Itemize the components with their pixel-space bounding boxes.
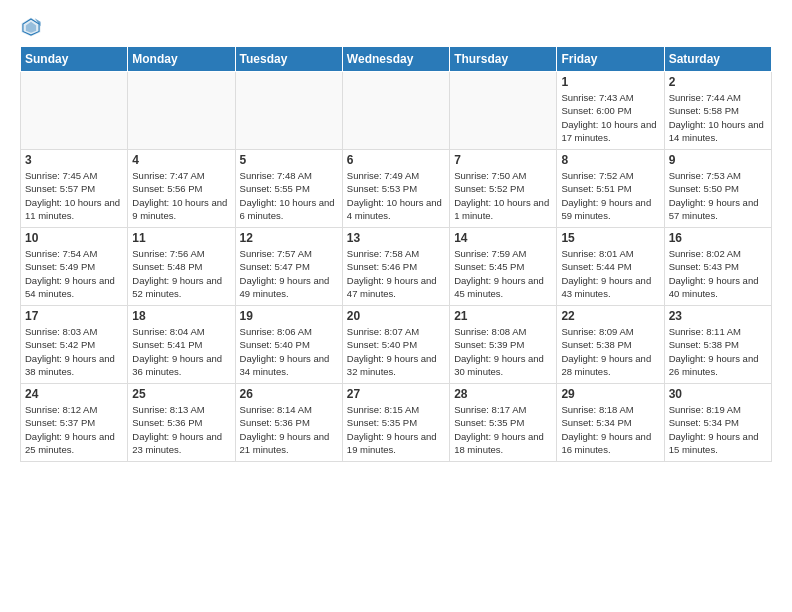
calendar-cell: 14Sunrise: 7:59 AMSunset: 5:45 PMDayligh… (450, 228, 557, 306)
day-number: 5 (240, 153, 338, 167)
calendar-cell: 16Sunrise: 8:02 AMSunset: 5:43 PMDayligh… (664, 228, 771, 306)
day-number: 17 (25, 309, 123, 323)
day-info: Sunrise: 8:19 AMSunset: 5:34 PMDaylight:… (669, 403, 767, 456)
calendar-week-row: 17Sunrise: 8:03 AMSunset: 5:42 PMDayligh… (21, 306, 772, 384)
calendar-cell: 12Sunrise: 7:57 AMSunset: 5:47 PMDayligh… (235, 228, 342, 306)
logo (20, 16, 46, 38)
calendar-cell (235, 72, 342, 150)
calendar-cell: 19Sunrise: 8:06 AMSunset: 5:40 PMDayligh… (235, 306, 342, 384)
calendar-cell: 25Sunrise: 8:13 AMSunset: 5:36 PMDayligh… (128, 384, 235, 462)
day-number: 20 (347, 309, 445, 323)
day-info: Sunrise: 7:58 AMSunset: 5:46 PMDaylight:… (347, 247, 445, 300)
day-info: Sunrise: 7:49 AMSunset: 5:53 PMDaylight:… (347, 169, 445, 222)
day-number: 21 (454, 309, 552, 323)
day-info: Sunrise: 8:15 AMSunset: 5:35 PMDaylight:… (347, 403, 445, 456)
day-info: Sunrise: 8:18 AMSunset: 5:34 PMDaylight:… (561, 403, 659, 456)
day-number: 24 (25, 387, 123, 401)
day-number: 22 (561, 309, 659, 323)
calendar-week-row: 3Sunrise: 7:45 AMSunset: 5:57 PMDaylight… (21, 150, 772, 228)
day-number: 15 (561, 231, 659, 245)
day-number: 28 (454, 387, 552, 401)
day-info: Sunrise: 7:57 AMSunset: 5:47 PMDaylight:… (240, 247, 338, 300)
calendar: SundayMondayTuesdayWednesdayThursdayFrid… (20, 46, 772, 462)
calendar-cell: 11Sunrise: 7:56 AMSunset: 5:48 PMDayligh… (128, 228, 235, 306)
day-info: Sunrise: 7:50 AMSunset: 5:52 PMDaylight:… (454, 169, 552, 222)
day-number: 8 (561, 153, 659, 167)
day-info: Sunrise: 7:56 AMSunset: 5:48 PMDaylight:… (132, 247, 230, 300)
header (20, 16, 772, 38)
calendar-cell (450, 72, 557, 150)
day-info: Sunrise: 8:11 AMSunset: 5:38 PMDaylight:… (669, 325, 767, 378)
calendar-cell: 24Sunrise: 8:12 AMSunset: 5:37 PMDayligh… (21, 384, 128, 462)
weekday-header: Wednesday (342, 47, 449, 72)
day-info: Sunrise: 8:02 AMSunset: 5:43 PMDaylight:… (669, 247, 767, 300)
day-number: 19 (240, 309, 338, 323)
calendar-cell: 4Sunrise: 7:47 AMSunset: 5:56 PMDaylight… (128, 150, 235, 228)
day-number: 9 (669, 153, 767, 167)
calendar-cell: 13Sunrise: 7:58 AMSunset: 5:46 PMDayligh… (342, 228, 449, 306)
day-info: Sunrise: 7:54 AMSunset: 5:49 PMDaylight:… (25, 247, 123, 300)
calendar-cell: 3Sunrise: 7:45 AMSunset: 5:57 PMDaylight… (21, 150, 128, 228)
calendar-cell: 17Sunrise: 8:03 AMSunset: 5:42 PMDayligh… (21, 306, 128, 384)
day-info: Sunrise: 8:09 AMSunset: 5:38 PMDaylight:… (561, 325, 659, 378)
day-info: Sunrise: 7:53 AMSunset: 5:50 PMDaylight:… (669, 169, 767, 222)
day-number: 30 (669, 387, 767, 401)
day-info: Sunrise: 7:48 AMSunset: 5:55 PMDaylight:… (240, 169, 338, 222)
calendar-cell: 21Sunrise: 8:08 AMSunset: 5:39 PMDayligh… (450, 306, 557, 384)
day-info: Sunrise: 7:44 AMSunset: 5:58 PMDaylight:… (669, 91, 767, 144)
calendar-cell: 28Sunrise: 8:17 AMSunset: 5:35 PMDayligh… (450, 384, 557, 462)
calendar-cell: 15Sunrise: 8:01 AMSunset: 5:44 PMDayligh… (557, 228, 664, 306)
day-info: Sunrise: 8:17 AMSunset: 5:35 PMDaylight:… (454, 403, 552, 456)
day-info: Sunrise: 8:08 AMSunset: 5:39 PMDaylight:… (454, 325, 552, 378)
calendar-cell: 10Sunrise: 7:54 AMSunset: 5:49 PMDayligh… (21, 228, 128, 306)
day-info: Sunrise: 8:12 AMSunset: 5:37 PMDaylight:… (25, 403, 123, 456)
calendar-cell (128, 72, 235, 150)
day-info: Sunrise: 8:13 AMSunset: 5:36 PMDaylight:… (132, 403, 230, 456)
calendar-cell: 1Sunrise: 7:43 AMSunset: 6:00 PMDaylight… (557, 72, 664, 150)
calendar-cell: 5Sunrise: 7:48 AMSunset: 5:55 PMDaylight… (235, 150, 342, 228)
calendar-cell (342, 72, 449, 150)
calendar-cell: 30Sunrise: 8:19 AMSunset: 5:34 PMDayligh… (664, 384, 771, 462)
calendar-cell: 23Sunrise: 8:11 AMSunset: 5:38 PMDayligh… (664, 306, 771, 384)
day-number: 6 (347, 153, 445, 167)
calendar-week-row: 24Sunrise: 8:12 AMSunset: 5:37 PMDayligh… (21, 384, 772, 462)
logo-icon (20, 16, 42, 38)
day-number: 14 (454, 231, 552, 245)
day-number: 13 (347, 231, 445, 245)
day-number: 7 (454, 153, 552, 167)
calendar-cell: 20Sunrise: 8:07 AMSunset: 5:40 PMDayligh… (342, 306, 449, 384)
day-number: 3 (25, 153, 123, 167)
calendar-cell (21, 72, 128, 150)
day-info: Sunrise: 8:01 AMSunset: 5:44 PMDaylight:… (561, 247, 659, 300)
day-info: Sunrise: 8:14 AMSunset: 5:36 PMDaylight:… (240, 403, 338, 456)
weekday-header: Tuesday (235, 47, 342, 72)
day-number: 1 (561, 75, 659, 89)
day-number: 18 (132, 309, 230, 323)
calendar-cell: 18Sunrise: 8:04 AMSunset: 5:41 PMDayligh… (128, 306, 235, 384)
day-number: 10 (25, 231, 123, 245)
day-number: 4 (132, 153, 230, 167)
calendar-cell: 26Sunrise: 8:14 AMSunset: 5:36 PMDayligh… (235, 384, 342, 462)
day-info: Sunrise: 7:59 AMSunset: 5:45 PMDaylight:… (454, 247, 552, 300)
day-info: Sunrise: 7:52 AMSunset: 5:51 PMDaylight:… (561, 169, 659, 222)
calendar-week-row: 1Sunrise: 7:43 AMSunset: 6:00 PMDaylight… (21, 72, 772, 150)
day-info: Sunrise: 8:04 AMSunset: 5:41 PMDaylight:… (132, 325, 230, 378)
day-info: Sunrise: 7:43 AMSunset: 6:00 PMDaylight:… (561, 91, 659, 144)
calendar-cell: 8Sunrise: 7:52 AMSunset: 5:51 PMDaylight… (557, 150, 664, 228)
day-number: 16 (669, 231, 767, 245)
day-info: Sunrise: 8:07 AMSunset: 5:40 PMDaylight:… (347, 325, 445, 378)
weekday-header: Sunday (21, 47, 128, 72)
day-number: 11 (132, 231, 230, 245)
weekday-header: Saturday (664, 47, 771, 72)
calendar-cell: 2Sunrise: 7:44 AMSunset: 5:58 PMDaylight… (664, 72, 771, 150)
day-info: Sunrise: 7:47 AMSunset: 5:56 PMDaylight:… (132, 169, 230, 222)
day-info: Sunrise: 8:06 AMSunset: 5:40 PMDaylight:… (240, 325, 338, 378)
day-info: Sunrise: 8:03 AMSunset: 5:42 PMDaylight:… (25, 325, 123, 378)
calendar-cell: 6Sunrise: 7:49 AMSunset: 5:53 PMDaylight… (342, 150, 449, 228)
page: SundayMondayTuesdayWednesdayThursdayFrid… (0, 0, 792, 472)
day-number: 27 (347, 387, 445, 401)
day-number: 25 (132, 387, 230, 401)
calendar-cell: 29Sunrise: 8:18 AMSunset: 5:34 PMDayligh… (557, 384, 664, 462)
weekday-header-row: SundayMondayTuesdayWednesdayThursdayFrid… (21, 47, 772, 72)
day-number: 26 (240, 387, 338, 401)
